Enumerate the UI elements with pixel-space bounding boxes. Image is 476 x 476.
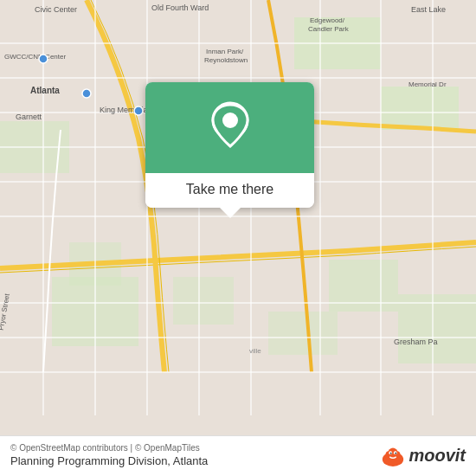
- take-me-there-button[interactable]: Take me there: [158, 182, 302, 197]
- svg-text:East Lake: East Lake: [411, 5, 446, 14]
- svg-text:Atlanta: Atlanta: [30, 86, 60, 95]
- svg-text:Gresham Pa: Gresham Pa: [394, 338, 438, 346]
- bottom-left: © OpenStreetMap contributors | © OpenMap…: [10, 443, 208, 467]
- svg-point-46: [222, 113, 238, 128]
- card-overlay: Take me there: [145, 82, 314, 208]
- bottom-bar: © OpenStreetMap contributors | © OpenMap…: [0, 435, 476, 476]
- svg-rect-3: [381, 87, 459, 130]
- svg-point-41: [134, 106, 143, 115]
- svg-rect-8: [268, 312, 338, 355]
- svg-text:Reynoldstown: Reynoldstown: [204, 56, 248, 64]
- moovit-text: moovit: [408, 446, 466, 466]
- svg-rect-5: [398, 294, 476, 363]
- svg-text:Edgewood/: Edgewood/: [310, 16, 345, 24]
- svg-text:Memorial Dr: Memorial Dr: [408, 80, 447, 88]
- svg-text:GWCC/CNN Center: GWCC/CNN Center: [4, 53, 66, 61]
- moovit-icon: [381, 443, 405, 467]
- svg-text:Old Fourth Ward: Old Fourth Ward: [151, 3, 209, 12]
- svg-text:Pryor Street: Pryor Street: [0, 293, 11, 331]
- card-green-area: [145, 82, 314, 173]
- svg-rect-7: [173, 277, 234, 325]
- svg-rect-2: [329, 260, 398, 312]
- map-container: Civic Center Old Fourth Ward East Lake E…: [0, 0, 476, 476]
- svg-point-43: [39, 55, 48, 63]
- svg-text:Candler Park: Candler Park: [308, 25, 350, 33]
- copyright-text: © OpenStreetMap contributors | © OpenMap…: [10, 443, 208, 453]
- svg-point-54: [396, 453, 397, 454]
- svg-text:Civic Center: Civic Center: [35, 5, 77, 14]
- svg-point-53: [390, 453, 392, 454]
- svg-point-42: [82, 89, 91, 98]
- map-svg: Civic Center Old Fourth Ward East Lake E…: [0, 0, 476, 476]
- svg-text:Inman Park/: Inman Park/: [206, 48, 244, 55]
- moovit-logo: moovit: [381, 443, 466, 467]
- svg-text:Garnett: Garnett: [16, 113, 42, 121]
- card-button-area: Take me there: [145, 173, 314, 208]
- location-name: Planning Programming Division, Atlanta: [10, 454, 208, 467]
- svg-text:ville: ville: [249, 347, 261, 355]
- pin-icon: [208, 101, 253, 155]
